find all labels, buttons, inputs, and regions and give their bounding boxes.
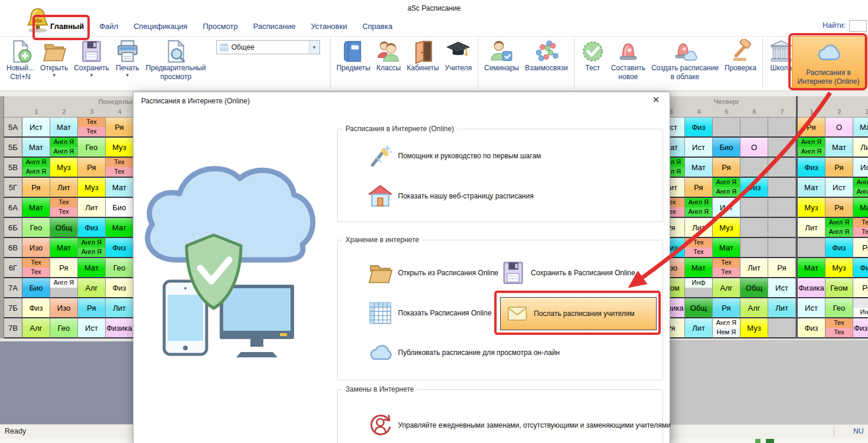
lesson-cell[interactable]: Физ — [853, 258, 868, 278]
lesson-cell[interactable]: Лит — [685, 218, 713, 238]
ribbon-button-online[interactable]: Расписания вИнтернете (Online) — [792, 36, 865, 89]
lesson-cell[interactable] — [740, 118, 768, 138]
lesson-cell[interactable]: Мат — [713, 238, 740, 258]
lesson-cell-half[interactable]: Англ Я — [22, 158, 50, 167]
lesson-cell[interactable]: Ря — [22, 178, 50, 198]
ribbon-button-generate[interactable]: Составитьновое — [608, 38, 648, 83]
lesson-cell-half[interactable]: Нем Я — [713, 328, 740, 337]
row-header[interactable]: 5Г — [4, 178, 22, 198]
lesson-cell[interactable]: Гео — [106, 258, 133, 278]
lesson-cell-half[interactable]: Англ Я — [685, 207, 712, 217]
lesson-cell-half[interactable]: Англ Я — [798, 147, 825, 157]
lesson-cell[interactable]: Ист — [853, 158, 868, 178]
lesson-cell-half[interactable]: Англ Я — [50, 138, 77, 147]
lesson-cell[interactable]: Ря — [685, 178, 713, 198]
ribbon-button-save[interactable]: Сохранить▼ — [71, 38, 112, 80]
menu-tab-6[interactable]: Установки — [303, 17, 354, 37]
lesson-cell[interactable]: ТехТех — [106, 158, 133, 178]
lesson-cell[interactable]: Мат — [22, 138, 50, 158]
lesson-cell[interactable]: Англ Я — [50, 278, 78, 298]
dialog-item[interactable]: Помощник и руководство по первым шагам — [367, 143, 541, 169]
row-header[interactable]: 5А — [4, 118, 22, 138]
lesson-cell-half[interactable]: Англ Я — [798, 138, 825, 147]
menu-tab-4[interactable]: Просмотр — [195, 17, 245, 37]
ribbon-button-rooms[interactable]: Кабинеты — [404, 38, 442, 74]
lesson-cell[interactable]: Муз — [740, 318, 768, 338]
lesson-cell[interactable]: Мат — [825, 138, 853, 158]
lesson-cell[interactable] — [740, 238, 768, 258]
lesson-cell-half[interactable]: Англ Я — [78, 238, 105, 247]
lesson-cell[interactable]: Алг — [713, 278, 740, 298]
lesson-cell-half[interactable]: Тех — [685, 247, 712, 257]
lesson-cell-half[interactable]: Англ Я — [853, 187, 868, 197]
row-header[interactable]: 6Г — [4, 258, 22, 278]
lesson-cell[interactable]: Лит — [740, 258, 768, 278]
lesson-cell-half[interactable]: Англ Я — [50, 147, 77, 157]
dialog-item[interactable]: Сохранить в Расписания Online — [500, 260, 635, 286]
lesson-cell[interactable]: Геом — [825, 278, 853, 298]
lesson-cell[interactable]: Ря — [853, 238, 868, 258]
lesson-cell[interactable]: Ист — [685, 138, 713, 158]
lesson-cell-half[interactable]: Англ Я — [78, 247, 105, 257]
lesson-cell[interactable]: Англ ЯАнгл Я — [22, 158, 50, 178]
lesson-cell[interactable]: Общ — [740, 278, 768, 298]
lesson-cell[interactable]: Мат — [50, 238, 78, 258]
lesson-cell[interactable]: Физ — [106, 278, 133, 298]
dialog-item[interactable]: Публиковать расписание для просмотра он-… — [367, 340, 560, 366]
ribbon-button-test[interactable]: Тест — [577, 38, 608, 74]
lesson-cell[interactable] — [798, 238, 825, 258]
lesson-cell[interactable]: Мат — [50, 118, 78, 138]
app-logo-bell-icon[interactable]: aSc — [24, 6, 52, 34]
lesson-cell[interactable]: Ря — [853, 278, 868, 298]
lesson-cell[interactable] — [740, 158, 768, 178]
lesson-cell[interactable]: Ря — [713, 298, 740, 318]
ribbon-button-subjects[interactable]: Предметы — [334, 38, 373, 74]
lesson-cell[interactable]: Физ — [106, 238, 133, 258]
lesson-cell[interactable]: Лит — [798, 218, 825, 238]
lesson-cell[interactable]: О — [825, 118, 853, 138]
lesson-cell[interactable] — [713, 118, 740, 138]
lesson-cell-half[interactable]: Англ Я — [853, 178, 868, 187]
lesson-cell-half[interactable]: Англ Я — [825, 227, 853, 237]
lesson-cell-half[interactable]: Тех — [825, 328, 853, 337]
ribbon-button-open[interactable]: Открыть▼ — [37, 38, 71, 80]
lesson-cell-half[interactable]: Англ Я — [50, 278, 77, 288]
lesson-cell[interactable]: ТехТех — [825, 318, 853, 338]
lesson-cell[interactable]: Англ ЯАнгл Я — [50, 138, 78, 158]
lesson-cell[interactable]: Мат — [685, 258, 713, 278]
lesson-cell-half[interactable]: Тех — [713, 258, 740, 268]
row-header[interactable]: 5Б — [4, 138, 22, 158]
lesson-cell[interactable]: Физ — [798, 158, 825, 178]
lesson-cell-half[interactable]: Тех — [853, 227, 868, 237]
lesson-cell[interactable]: Мат — [853, 198, 868, 218]
lesson-cell-half[interactable]: Англ Я — [825, 218, 853, 227]
lesson-cell[interactable]: Ист — [768, 278, 796, 298]
lesson-cell[interactable]: Мат — [78, 258, 106, 278]
lesson-cell-half[interactable]: Тех — [106, 167, 133, 177]
view-select[interactable]: Общее▼ — [216, 40, 320, 54]
menu-tab-7[interactable]: Справка — [355, 17, 400, 37]
lesson-cell[interactable]: Англ ЯАнгл Я — [78, 238, 106, 258]
lesson-cell[interactable]: ТехТех — [853, 218, 868, 238]
ribbon-button-new[interactable]: Новый...Ctrl+N — [4, 38, 37, 83]
lesson-cell[interactable]: Мат — [22, 198, 50, 218]
ribbon-button-print[interactable]: Печать▼ — [112, 38, 143, 80]
lesson-cell[interactable]: Мат — [685, 158, 713, 178]
lesson-cell[interactable]: Мат — [106, 178, 133, 198]
lesson-cell-half[interactable]: Тех — [50, 207, 77, 217]
dialog-item[interactable]: Открыть из Расписания Online — [367, 260, 498, 286]
lesson-cell[interactable]: Англ ЯНем Я — [713, 318, 740, 338]
lesson-cell[interactable]: Алг — [22, 318, 50, 338]
lesson-cell-half[interactable] — [853, 298, 868, 308]
row-header[interactable]: 7Б — [4, 298, 22, 318]
lesson-cell[interactable]: Инф — [853, 298, 868, 318]
lesson-cell[interactable]: Лит — [50, 178, 78, 198]
lesson-cell[interactable] — [768, 118, 796, 138]
lesson-cell-half[interactable]: Инф — [685, 278, 712, 288]
lesson-cell[interactable]: Физ — [685, 118, 713, 138]
lesson-cell[interactable] — [768, 158, 796, 178]
lesson-cell[interactable]: Био — [22, 278, 50, 298]
lesson-cell[interactable]: Муз — [78, 178, 106, 198]
lesson-cell[interactable]: Лит — [853, 138, 868, 158]
dialog-item[interactable]: Показать Расписания Online — [367, 300, 491, 326]
